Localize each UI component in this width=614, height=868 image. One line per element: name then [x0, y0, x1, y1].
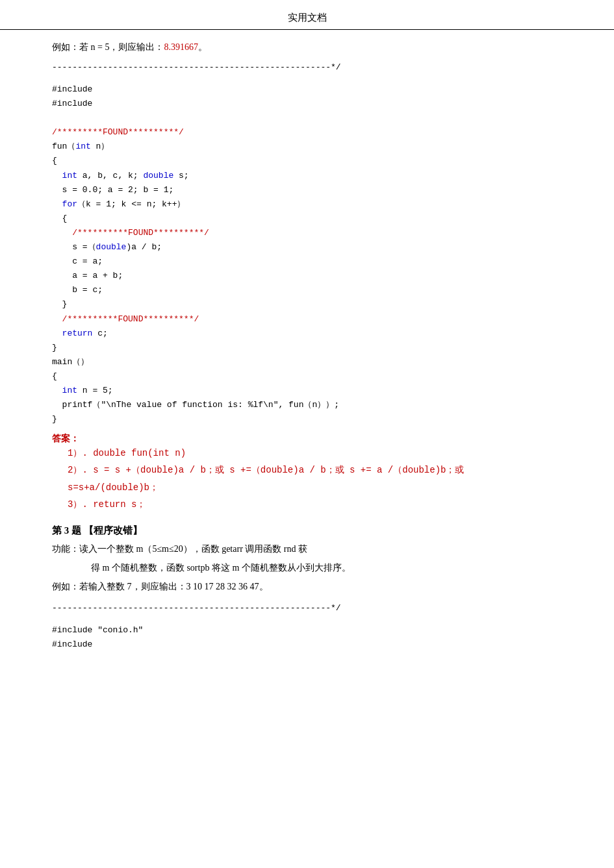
page-header: 实用文档 — [0, 0, 614, 30]
answer-item-2b: s=s+a/(double)b； — [68, 479, 562, 496]
include-1: #include #include /*********FOUND*******… — [52, 84, 209, 353]
section3-example: 例如：若输入整数 7，则应输出：3 10 17 28 32 36 47。 — [52, 578, 562, 595]
example-value-1: 8.391667 — [164, 42, 198, 52]
divider-2: ----------------------------------------… — [52, 603, 562, 613]
answer-item-1: 1）. double fun(int n) — [68, 445, 562, 462]
page-container: 实用文档 例如：若 n = 5，则应输出：8.391667。 ---------… — [0, 0, 614, 868]
section3-title: 第 3 题 【程序改错】 — [52, 525, 562, 537]
section3-desc2: 得 m 个随机整数，函数 sortpb 将这 m 个随机整数从小到大排序。 — [52, 560, 562, 576]
divider-1: ----------------------------------------… — [52, 62, 562, 72]
answer-label: 答案： — [52, 434, 79, 443]
example-line-1: 例如：若 n = 5，则应输出：8.391667。 — [52, 42, 562, 53]
main-content: 例如：若 n = 5，则应输出：8.391667。 --------------… — [0, 42, 614, 652]
answer-item-2: 2）. s = s +（double)a / b；或 s +=（double)a… — [68, 462, 562, 478]
answer-item-3: 3）. return s； — [68, 496, 562, 513]
code-section-2: main（） { int n = 5; printf（"\nThe value … — [52, 355, 562, 427]
section3-desc1: 功能：读入一个整数 m（5≤m≤20），函数 getarr 调用函数 rnd 获 — [52, 541, 562, 557]
code-section-3-includes: #include "conio.h" #include — [52, 623, 562, 652]
answer-section: 答案： 1）. double fun(int n) 2）. s = s +（do… — [52, 433, 562, 513]
header-title: 实用文档 — [288, 12, 327, 23]
code-section-1: #include #include /*********FOUND*******… — [52, 82, 562, 355]
